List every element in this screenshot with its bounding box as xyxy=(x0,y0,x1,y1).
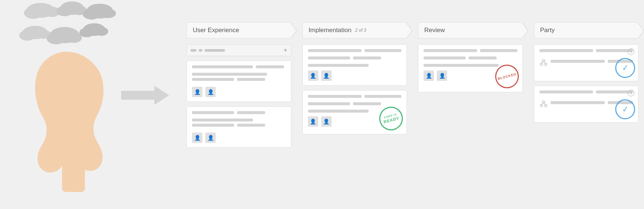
svg-line-23 xyxy=(544,62,546,63)
svg-point-24 xyxy=(542,101,545,103)
party-card-2: i ✓ xyxy=(534,86,639,123)
svg-point-20 xyxy=(540,63,542,65)
flow-arrow xyxy=(121,85,169,106)
toolbar-label xyxy=(205,49,225,52)
svg-point-26 xyxy=(545,104,547,107)
ux-card-2: 👤 👤 xyxy=(186,106,291,148)
svg-point-16 xyxy=(79,28,94,37)
avatars: 👤 👤 xyxy=(192,87,286,97)
bar xyxy=(353,102,381,105)
bar xyxy=(424,49,477,52)
info-icon[interactable]: i xyxy=(628,90,634,96)
avatar-icon: 👤 xyxy=(321,71,332,81)
avatars: 👤 👤 xyxy=(308,71,402,81)
bar xyxy=(424,56,466,59)
svg-point-10 xyxy=(19,30,35,41)
stage-user-experience: User Experience + 👤 👤 xyxy=(181,22,297,152)
avatar-icon: 👤 xyxy=(321,116,332,127)
bar xyxy=(596,90,633,93)
bar xyxy=(353,56,381,59)
stage-title-implementation: Implementation xyxy=(309,27,352,34)
bar xyxy=(308,102,350,105)
bar xyxy=(308,49,362,52)
head-silhouette xyxy=(22,48,111,196)
add-button[interactable]: + xyxy=(284,47,287,54)
svg-point-1 xyxy=(24,7,42,19)
bar xyxy=(192,111,234,114)
svg-point-21 xyxy=(545,63,547,65)
svg-line-28 xyxy=(544,103,546,104)
stage-party: Party i xyxy=(528,22,644,152)
bar xyxy=(192,73,267,76)
bar xyxy=(192,124,234,127)
bar xyxy=(308,56,350,59)
toolbar-icon-2 xyxy=(199,49,202,52)
stage-review: Review 👤 👤 BLOCKED xyxy=(412,22,528,152)
toolbar-icon-1 xyxy=(191,49,196,52)
svg-line-27 xyxy=(541,103,544,104)
impl-card-2: 👤 👤 CARD IS READY xyxy=(302,90,407,134)
toolbar-user-experience[interactable]: + xyxy=(186,44,291,56)
ux-card-1: 👤 👤 xyxy=(186,61,291,102)
avatar-icon: 👤 xyxy=(424,71,434,81)
bar xyxy=(308,110,369,113)
impl-card-1: 👤 👤 xyxy=(302,44,407,86)
svg-point-17 xyxy=(95,27,108,36)
bar xyxy=(237,78,265,81)
stage-implementation: Implementation 2 of 3 👤 👤 xyxy=(297,22,413,152)
bar xyxy=(192,65,253,68)
bar xyxy=(364,49,401,52)
bar xyxy=(469,56,497,59)
stage-header-implementation: Implementation 2 of 3 xyxy=(302,22,407,38)
avatar-icon: 👤 xyxy=(205,87,216,97)
svg-point-14 xyxy=(66,32,82,43)
svg-point-7 xyxy=(83,8,100,20)
stage-header-user-experience: User Experience xyxy=(186,22,291,38)
bar xyxy=(480,49,517,52)
network-icon xyxy=(539,99,548,108)
svg-line-22 xyxy=(541,62,544,63)
bar xyxy=(237,124,265,127)
bar xyxy=(596,49,633,52)
stage-title-party: Party xyxy=(540,27,555,34)
stage-badge-implementation: 2 of 3 xyxy=(355,28,366,33)
network-icon xyxy=(539,58,548,67)
bar xyxy=(551,60,605,63)
avatar-icon: 👤 xyxy=(437,71,447,81)
bar xyxy=(237,111,265,114)
stage-header-review: Review xyxy=(418,22,523,38)
svg-point-4 xyxy=(56,6,73,16)
bar xyxy=(308,64,369,67)
stage-title-review: Review xyxy=(424,27,445,34)
avatar-icon: 👤 xyxy=(308,116,318,127)
bar xyxy=(308,95,362,98)
stamp-ready: CARD IS READY xyxy=(377,104,405,133)
avatar-icon: 👤 xyxy=(192,133,202,143)
bar xyxy=(424,64,499,67)
svg-point-19 xyxy=(542,59,545,62)
svg-point-8 xyxy=(100,8,116,18)
review-card-1: 👤 👤 BLOCKED xyxy=(418,44,523,92)
avatar-icon: 👤 xyxy=(308,71,318,81)
svg-point-25 xyxy=(540,104,542,107)
bar xyxy=(256,65,284,68)
svg-point-13 xyxy=(47,32,66,44)
bar xyxy=(364,95,401,98)
stages-container: User Experience + 👤 👤 xyxy=(181,22,644,152)
info-icon[interactable]: i xyxy=(628,48,634,55)
stage-title-user-experience: User Experience xyxy=(193,27,239,34)
bar xyxy=(192,119,253,121)
avatar-icon: 👤 xyxy=(205,133,216,143)
bar xyxy=(551,101,605,104)
svg-marker-18 xyxy=(121,86,169,105)
party-card-1: i ✓ xyxy=(534,44,639,81)
avatar-icon: 👤 xyxy=(192,87,202,97)
bar xyxy=(539,49,593,52)
bar xyxy=(539,90,593,93)
avatars: 👤 👤 xyxy=(192,133,286,143)
stage-header-party: Party xyxy=(534,22,639,38)
bar xyxy=(192,78,234,81)
